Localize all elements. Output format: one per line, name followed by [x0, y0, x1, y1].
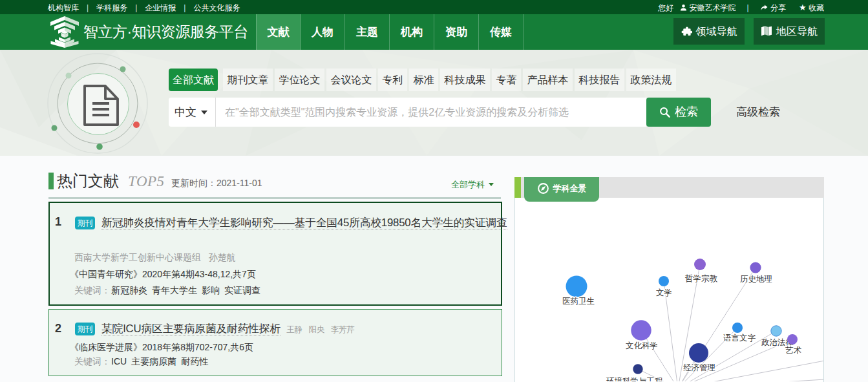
svg-text:文化科学: 文化科学	[626, 341, 658, 350]
svg-text:哲学宗教: 哲学宗教	[684, 274, 718, 283]
svg-text:医药卫生: 医药卫生	[562, 297, 595, 306]
svg-text:历史地理: 历史地理	[740, 275, 772, 284]
svg-text:语言文字: 语言文字	[723, 334, 756, 343]
svg-text:艺术: 艺术	[785, 346, 802, 355]
svg-text:环境科学与工程: 环境科学与工程	[606, 377, 663, 381]
svg-text:经济管理: 经济管理	[683, 363, 715, 372]
svg-text:文学: 文学	[656, 288, 672, 297]
